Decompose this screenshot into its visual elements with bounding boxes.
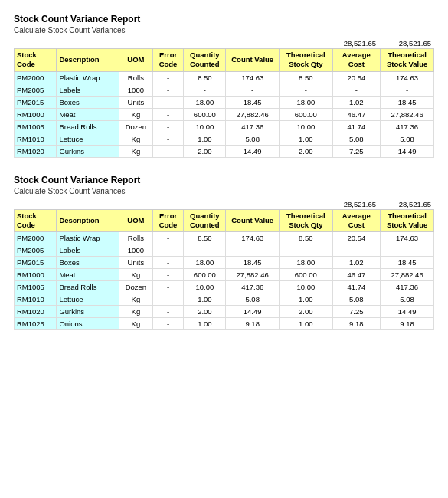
table-cell: - [152,281,184,293]
table-cell: 1.00 [184,293,226,306]
table-cell: 14.49 [226,306,280,318]
col-header-theo-val-1: Theoretical Stock Value [381,49,434,72]
report-table-2: Stock Code Description UOM Error Code Qu… [14,209,434,331]
table-cell: - [280,84,332,96]
col-header-theo-qty-2: Theoretical Stock Qty [280,209,332,232]
table-cell: 600.00 [184,269,226,281]
table-cell: 1.00 [280,293,332,306]
table-cell: - [152,96,184,108]
col-header-avg-cost-1: Average Cost [332,49,381,72]
totals-row-2: 28,521.65 28,521.65 [14,200,434,208]
table-cell: 417.36 [226,120,280,133]
table-cell: - [381,84,434,96]
table-cell: 8.50 [184,232,226,244]
table-cell: Meat [57,108,119,120]
table-cell: - [152,318,184,330]
table-cell: 417.36 [226,281,280,293]
table-cell: - [184,244,226,257]
table-cell: PM2000 [15,71,57,84]
table-cell: Kg [119,108,152,120]
table-cell: 8.50 [280,232,332,244]
table-cell: - [152,71,184,84]
table-cell: 9.18 [381,318,434,330]
table-cell: 1.00 [184,318,226,330]
table-cell: 18.00 [184,257,226,269]
table-cell: - [152,293,184,306]
table-cell: - [152,120,184,133]
table-cell: PM2015 [15,96,57,108]
table-cell: 18.45 [226,96,280,108]
table-cell: 46.47 [332,269,381,281]
total-right-1: 28,521.65 [379,39,434,48]
table-cell: 174.63 [226,232,280,244]
table-cell: 2.00 [280,306,332,318]
col-header-theo-qty-1: Theoretical Stock Qty [280,49,332,72]
total-left-2: 28,521.65 [325,200,379,208]
col-header-uom-1: UOM [119,49,152,72]
table-cell: 9.18 [226,318,280,330]
table-cell: Kg [119,306,152,318]
table-cell: RM1005 [15,281,57,293]
table-cell: - [152,232,184,244]
table-cell: 10.00 [184,120,226,133]
table-row: PM2000Plastic WrapRolls-8.50174.638.5020… [15,71,434,84]
table-cell: - [152,84,184,96]
table-cell: 1.00 [184,133,226,145]
table-header-row-2: Stock Code Description UOM Error Code Qu… [15,209,434,232]
table-cell: - [280,244,332,257]
col-header-error-2: Error Code [152,209,184,232]
table-cell: - [226,244,280,257]
table-cell: Bread Rolls [57,120,119,133]
table-cell: Labels [57,244,119,257]
table-cell: 46.47 [332,108,381,120]
table-cell: 18.45 [381,96,434,108]
col-header-stock-code-2: Stock Code [15,209,57,232]
table-row: RM1020GurkinsKg-2.0014.492.007.2514.49 [15,306,434,318]
table-cell: Kg [119,293,152,306]
table-cell: 1.00 [280,318,332,330]
table-cell: - [152,269,184,281]
report-subtitle-2: Calculate Stock Count Variances [14,187,434,195]
col-header-avg-cost-2: Average Cost [332,209,381,232]
table-row: RM1005Bread RollsDozen-10.00417.3610.004… [15,120,434,133]
table-cell: - [152,306,184,318]
table-row: RM1010LettuceKg-1.005.081.005.085.08 [15,293,434,306]
table-cell: 2.00 [184,145,226,157]
table-cell: 5.08 [381,293,434,306]
col-header-stock-code-1: Stock Code [15,49,57,72]
table-cell: 600.00 [184,108,226,120]
table-cell: 18.45 [226,257,280,269]
table-cell: RM1000 [15,269,57,281]
table-cell: - [152,145,184,157]
table-cell: Boxes [57,257,119,269]
report-title-2: Stock Count Variance Report [14,175,434,185]
table-row: RM1025OnionsKg-1.009.181.009.189.18 [15,318,434,330]
table-cell: Boxes [57,96,119,108]
total-left-1: 28,521.65 [325,39,379,48]
table-cell: Labels [57,84,119,96]
table-cell: Kg [119,318,152,330]
table-cell: 1.00 [280,133,332,145]
table-cell: Meat [57,269,119,281]
table-cell: 41.74 [332,281,381,293]
table-row: PM2005Labels1000------ [15,84,434,96]
table-cell: 600.00 [280,108,332,120]
table-cell: 417.36 [381,281,434,293]
table-cell: Lettuce [57,293,119,306]
table-cell: 1.02 [332,257,381,269]
table-cell: RM1000 [15,108,57,120]
table-cell: PM2005 [15,244,57,257]
table-cell: 1.02 [332,96,381,108]
col-header-error-1: Error Code [152,49,184,72]
table-row: RM1020GurkinsKg-2.0014.492.007.2514.49 [15,145,434,157]
table-cell: Dozen [119,120,152,133]
table-row: PM2015BoxesUnits-18.0018.4518.001.0218.4… [15,257,434,269]
col-header-qty-counted-2: Quantity Counted [184,209,226,232]
table-cell: - [332,244,381,257]
table-cell: RM1025 [15,318,57,330]
col-header-count-value-1: Count Value [226,49,280,72]
table-cell: Rolls [119,71,152,84]
table-cell: 5.08 [332,293,381,306]
table-cell: 10.00 [280,281,332,293]
table-cell: Units [119,257,152,269]
